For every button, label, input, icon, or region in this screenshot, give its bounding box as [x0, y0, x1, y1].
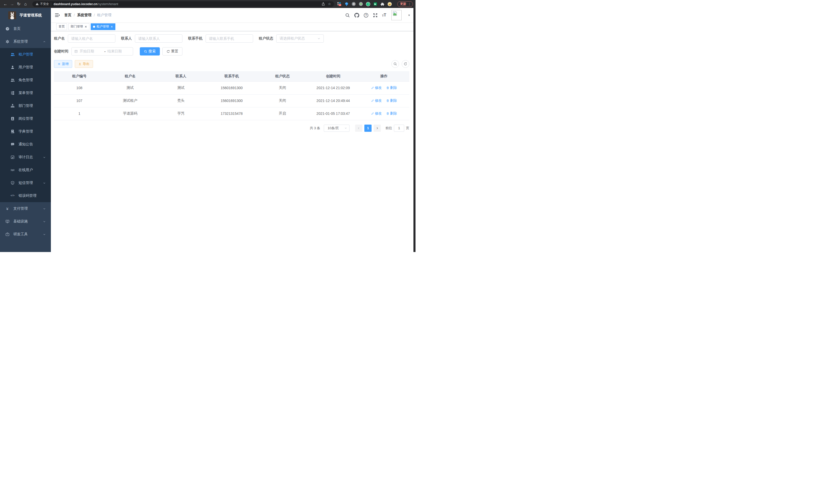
- goto-page-input[interactable]: [394, 125, 404, 132]
- bookmark-star-icon[interactable]: ☆: [326, 1, 333, 7]
- delete-label: 删除: [390, 86, 397, 90]
- page-scrollbar[interactable]: [413, 8, 416, 252]
- table-toolbar: 新增 导出: [54, 60, 409, 68]
- share-icon[interactable]: [320, 1, 326, 7]
- extension-recorder-icon[interactable]: [359, 2, 363, 6]
- edit-label: 修改: [375, 111, 382, 116]
- col-status: 租户状态: [257, 71, 308, 82]
- browser-home-icon[interactable]: ⌂: [22, 1, 29, 7]
- tab-close-icon[interactable]: [85, 25, 87, 28]
- browser-reload-icon[interactable]: ↻: [16, 1, 22, 7]
- help-question-icon[interactable]: ?: [364, 13, 369, 18]
- sidebar-item-infra[interactable]: 基础设施: [0, 215, 51, 228]
- tab-close-icon[interactable]: [111, 25, 113, 28]
- avatar-caret-down-icon[interactable]: ▾: [408, 13, 410, 17]
- fullscreen-icon[interactable]: [373, 13, 378, 18]
- sidebar-item-notice[interactable]: 通知公告: [0, 138, 51, 151]
- browser-back-icon[interactable]: ←: [2, 1, 9, 7]
- status-select[interactable]: 请选择租户状态: [276, 34, 324, 42]
- question-glyph: ?: [365, 13, 367, 17]
- sidebar-toggle-hamburger-icon[interactable]: [55, 12, 60, 18]
- sidebar-item-audit-log[interactable]: 审计日志: [0, 151, 51, 164]
- tab-home[interactable]: 首页: [56, 23, 67, 30]
- tab-label: 租户管理: [96, 24, 109, 29]
- sidebar-item-menu[interactable]: 菜单管理: [0, 87, 51, 99]
- breadcrumb-separator: /: [94, 13, 95, 17]
- sidebar-item-user[interactable]: 用户管理: [0, 61, 51, 74]
- browser-update-button[interactable]: 更新 ⋮: [397, 1, 413, 7]
- date-range-separator: -: [104, 50, 105, 53]
- cell-status: 关闭: [257, 82, 308, 94]
- edit-link[interactable]: 修改: [371, 111, 382, 116]
- breadcrumb-system[interactable]: 系统管理: [77, 13, 91, 18]
- header-search-icon[interactable]: [345, 13, 350, 18]
- add-button[interactable]: 新增: [54, 60, 72, 68]
- edit-link[interactable]: 修改: [371, 98, 382, 103]
- font-size-icon[interactable]: TT: [382, 13, 386, 17]
- sidebar-item-dev-tools[interactable]: 研发工具: [0, 228, 51, 241]
- show-search-toggle-icon[interactable]: [391, 60, 399, 68]
- extension-yuque-icon[interactable]: Y: [366, 2, 370, 6]
- contact-input-wrap: [135, 34, 182, 42]
- extension-balloon-icon[interactable]: [344, 2, 349, 6]
- sidebar-item-sms[interactable]: 短信管理: [0, 176, 51, 189]
- delete-link[interactable]: 删除: [386, 86, 397, 90]
- sidebar-item-online-users[interactable]: 在线用户: [0, 164, 51, 176]
- sidebar-item-role[interactable]: 角色管理: [0, 74, 51, 87]
- user-avatar[interactable]: [391, 10, 402, 20]
- sidebar-item-dept[interactable]: 部门管理: [0, 99, 51, 112]
- sidebar-item-pay[interactable]: ¥ 支付管理: [0, 202, 51, 215]
- sidebar-item-error-code[interactable]: </> 错误码管理: [0, 189, 51, 202]
- tab-dept[interactable]: 部门管理: [68, 23, 89, 30]
- browser-menu-kebab-icon[interactable]: ⋮: [408, 2, 411, 6]
- address-bar[interactable]: 不安全 dashboard.yudao.iocoder.cn/system/te…: [32, 1, 334, 7]
- refresh-table-icon[interactable]: [402, 60, 409, 68]
- page-number-current[interactable]: 1: [364, 125, 372, 132]
- edit-label: 修改: [375, 86, 382, 90]
- not-secure-warning-icon: [35, 2, 39, 6]
- page-size-select[interactable]: 10条/页: [324, 125, 349, 132]
- gear-icon: [5, 39, 9, 44]
- sidebar-item-tenant[interactable]: 租户管理: [0, 48, 51, 61]
- page-unit-label: 页: [406, 126, 409, 130]
- app-logo[interactable]: 芋道管理系统: [0, 8, 51, 22]
- extensions-puzzle-icon[interactable]: [380, 2, 385, 6]
- sidebar-item-label: 审计日志: [19, 155, 43, 159]
- briefcase-icon: [5, 232, 9, 237]
- breadcrumb-current: 租户管理: [97, 13, 112, 18]
- chevron-down-icon: [43, 220, 46, 223]
- breadcrumb-home[interactable]: 首页: [64, 13, 71, 18]
- sidebar-item-home[interactable]: 首页: [0, 22, 51, 35]
- chevron-down-icon: [43, 182, 46, 184]
- breadcrumb: 首页 / 系统管理 / 租户管理: [64, 13, 112, 18]
- tab-tenant[interactable]: 租户管理: [91, 23, 115, 30]
- delete-link[interactable]: 删除: [386, 98, 397, 103]
- url-text[interactable]: dashboard.yudao.iocoder.cn/system/tenant: [54, 2, 118, 6]
- browser-profile-avatar[interactable]: [388, 2, 392, 6]
- delete-link[interactable]: 删除: [386, 111, 397, 116]
- sidebar-item-system[interactable]: 系统管理: [0, 35, 51, 48]
- cell-created: 2021-12-14 21:02:09: [308, 82, 359, 94]
- browser-forward-icon[interactable]: →: [9, 1, 16, 7]
- tenant-name-input[interactable]: [71, 36, 112, 40]
- export-button[interactable]: 导出: [75, 60, 93, 68]
- next-page-button[interactable]: [374, 125, 381, 132]
- create-time-range-picker[interactable]: 开始日期 - 结束日期: [71, 47, 133, 56]
- sidebar-item-dict[interactable]: 字典管理: [0, 125, 51, 138]
- cell-created: 2021-01-05 17:03:47: [308, 107, 359, 120]
- col-actions: 操作: [359, 71, 409, 82]
- reset-button[interactable]: 重置: [163, 47, 182, 56]
- search-button[interactable]: 搜索: [140, 47, 160, 56]
- shield-check-icon: [10, 181, 15, 185]
- goto-label: 前往: [385, 126, 392, 130]
- sidebar-item-post[interactable]: 岗位管理: [0, 112, 51, 125]
- edit-link[interactable]: 修改: [371, 86, 382, 90]
- extension-command-icon[interactable]: ⌘: [351, 2, 356, 6]
- github-icon[interactable]: [354, 13, 359, 18]
- extension-tabs-icon[interactable]: 10: [337, 2, 342, 6]
- contact-input[interactable]: [138, 36, 179, 40]
- extension-notes-icon[interactable]: [373, 2, 377, 6]
- phone-input[interactable]: [209, 36, 250, 40]
- prev-page-button[interactable]: [355, 125, 362, 132]
- security-label[interactable]: 不安全: [40, 2, 49, 6]
